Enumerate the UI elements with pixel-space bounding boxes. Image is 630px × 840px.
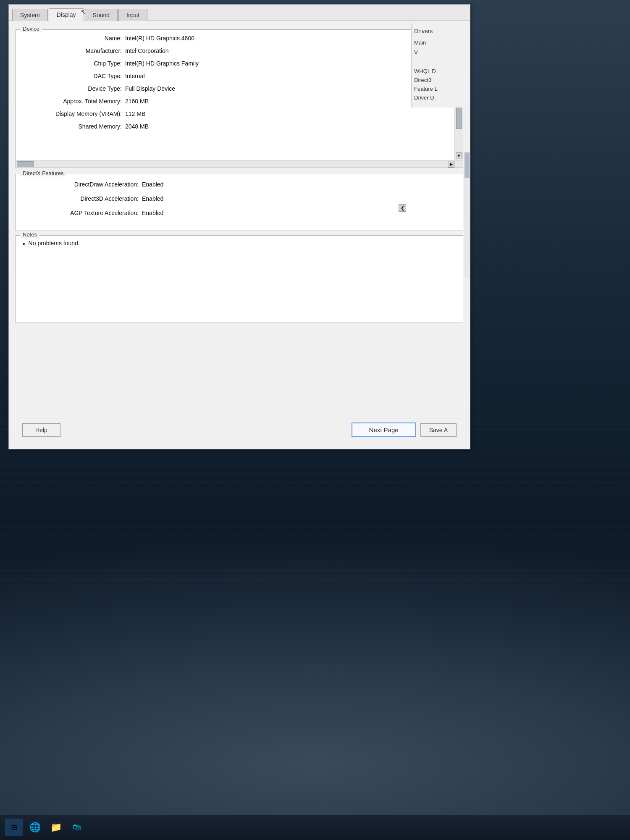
device-row-manufacturer: Manufacturer: Intel Corporation xyxy=(24,47,446,54)
taskbar-icon-store[interactable]: 🛍 xyxy=(68,819,86,836)
notes-section: Notes • No problems found. xyxy=(16,235,463,323)
driver-item-feature: Feature L xyxy=(414,86,467,92)
tab-bar: System Display ↖ Sound Input xyxy=(9,5,470,21)
driver-item-direct3: Direct3 xyxy=(414,77,467,83)
device-row-name: Name: Intel(R) HD Graphics 4600 xyxy=(24,35,446,42)
bullet-icon: • xyxy=(23,240,25,248)
drivers-panel: Drivers Main V WHQL D Direct3 Feature L … xyxy=(411,24,470,108)
edge-icon: 🌐 xyxy=(29,822,41,833)
tab-sound[interactable]: Sound xyxy=(85,9,118,21)
device-scroll-area: Name: Intel(R) HD Graphics 4600 Manufact… xyxy=(16,30,463,160)
tab-input[interactable]: Input xyxy=(118,9,147,21)
drivers-label: Drivers xyxy=(414,28,467,34)
dxdiag-window: System Display ↖ Sound Input Device Name… xyxy=(8,4,470,449)
device-section-label: Device xyxy=(20,26,42,32)
scroll-down-arrow[interactable]: ▼ xyxy=(456,152,462,159)
panel-collapse-button[interactable]: ❮ xyxy=(399,204,406,212)
device-hscrollbar[interactable]: ▶ xyxy=(16,160,463,168)
taskbar: ⊞ 🌐 📁 🛍 xyxy=(0,815,630,840)
cursor-icon: ↖ xyxy=(81,8,86,16)
help-button[interactable]: Help xyxy=(22,423,60,437)
tab-system[interactable]: System xyxy=(12,9,48,21)
windows-icon: ⊞ xyxy=(11,823,17,832)
driver-item-driver: Driver D xyxy=(414,94,467,101)
folder-icon: 📁 xyxy=(50,822,62,833)
device-section: Device Name: Intel(R) HD Graphics 4600 M… xyxy=(16,29,463,168)
right-vscroll-thumb xyxy=(465,152,470,178)
device-row-type: Device Type: Full Display Device xyxy=(24,85,446,92)
agp-texture-row: AGP Texture Acceleration: Enabled xyxy=(29,210,450,216)
content-spacer xyxy=(16,327,463,414)
dialog-content: Device Name: Intel(R) HD Graphics 4600 M… xyxy=(9,21,470,446)
next-page-button[interactable]: Next Page xyxy=(352,423,416,437)
notes-item-0: • No problems found. xyxy=(23,240,456,248)
tab-display[interactable]: Display ↖ xyxy=(49,8,84,21)
driver-item-v: V xyxy=(414,49,467,55)
start-button[interactable]: ⊞ xyxy=(5,819,23,836)
directx-section: DirectX Features DirectDraw Acceleration… xyxy=(16,174,463,231)
hscroll-thumb xyxy=(17,161,34,167)
device-row-dac: DAC Type: Internal xyxy=(24,73,446,79)
device-row-vram: Display Memory (VRAM): 112 MB xyxy=(24,110,446,117)
device-info-area: Name: Intel(R) HD Graphics 4600 Manufact… xyxy=(16,30,454,160)
notes-content: • No problems found. xyxy=(16,236,463,269)
device-row-shared-memory: Shared Memory: 2048 MB xyxy=(24,123,446,130)
save-all-button[interactable]: Save A xyxy=(420,423,457,437)
driver-item-main: Main xyxy=(414,39,467,46)
store-icon: 🛍 xyxy=(72,822,81,833)
directx-content: DirectDraw Acceleration: Enabled Direct3… xyxy=(16,174,463,231)
right-vscrollbar[interactable] xyxy=(464,152,470,278)
notes-section-label: Notes xyxy=(20,231,39,238)
direct3d-row: Direct3D Acceleration: Enabled xyxy=(29,195,450,202)
driver-item-whql: WHQL D xyxy=(414,68,467,74)
taskbar-icon-edge[interactable]: 🌐 xyxy=(26,819,44,836)
device-row-total-memory: Approx. Total Memory: 2160 MB xyxy=(24,98,446,105)
device-row-chip: Chip Type: Intel(R) HD Graphics Family xyxy=(24,60,446,67)
scroll-right-arrow[interactable]: ▶ xyxy=(448,161,454,168)
directdraw-row: DirectDraw Acceleration: Enabled xyxy=(29,181,450,188)
taskbar-icon-explorer[interactable]: 📁 xyxy=(47,819,65,836)
bottom-button-bar: Help Next Page Save A xyxy=(16,418,463,441)
directx-section-label: DirectX Features xyxy=(20,170,66,176)
